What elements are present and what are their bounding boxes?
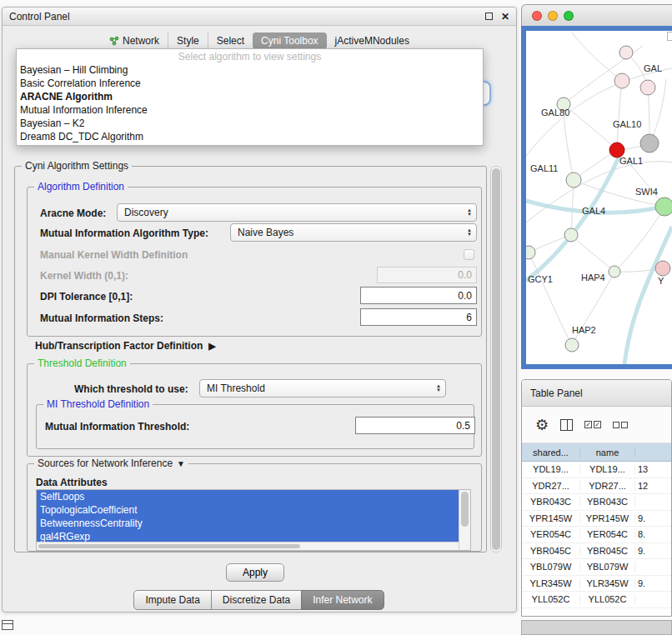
table-row[interactable]: YBR045CYBR045C9.: [522, 543, 671, 560]
node-label: GAL: [644, 63, 662, 73]
columns-icon[interactable]: [560, 419, 573, 431]
node-label: GAL4: [582, 206, 605, 216]
dpi-tolerance-field[interactable]: 0.0: [360, 287, 477, 304]
table-cell: YBR043C: [522, 497, 580, 507]
kernel-width-field[interactable]: 0.0: [377, 267, 477, 283]
node[interactable]: [640, 80, 655, 95]
node-gal4[interactable]: [564, 228, 578, 242]
mi-type-combo[interactable]: Naive Bayes ▲▼: [230, 223, 477, 242]
dropdown-item-basic-correlation[interactable]: Basic Correlation Inference: [17, 77, 483, 90]
table-cell: 12: [635, 481, 671, 491]
close-traffic-light-icon[interactable]: [532, 11, 542, 21]
float-window-icon[interactable]: [485, 12, 493, 20]
dropdown-item-aracne[interactable]: ARACNE Algorithm: [17, 90, 483, 103]
sources-group: Sources for Network Inference ▼ Data Att…: [27, 463, 482, 552]
combo-arrows-icon: ▲▼: [436, 380, 441, 397]
node-hap4[interactable]: [609, 266, 620, 278]
close-icon[interactable]: ✕: [501, 11, 509, 22]
tab-select[interactable]: Select: [208, 32, 253, 49]
table-row[interactable]: YPR145WYPR145W9.: [522, 511, 671, 528]
apply-button[interactable]: Apply: [226, 563, 284, 582]
manual-kernel-checkbox[interactable]: [464, 249, 474, 260]
data-attributes-label: Data Attributes: [36, 474, 108, 491]
attribute-list-vscrollbar[interactable]: [459, 490, 470, 550]
tab-network[interactable]: Network: [101, 32, 168, 49]
node-hap2[interactable]: [565, 338, 579, 352]
algorithm-dropdown-popup: Select algorithm to view settings Bayesi…: [16, 48, 484, 146]
table-cell: 8.: [635, 529, 671, 539]
dropdown-item-bayesian-k2[interactable]: Bayesian – K2: [17, 117, 483, 130]
which-threshold-combo[interactable]: MI Threshold ▲▼: [199, 379, 446, 398]
table-row[interactable]: YLL052CYLL052C: [522, 592, 671, 608]
tab-discretize-data[interactable]: Discretize Data: [211, 590, 302, 610]
mi-threshold-field[interactable]: 0.5: [355, 417, 475, 434]
collapsed-panel-icon[interactable]: [2, 620, 13, 630]
settings-scrollbar[interactable]: [490, 166, 502, 552]
network-graph[interactable]: GAL GAL80 GAL10 GAL11 GAL1 SWI4 GAL4 GCY…: [526, 31, 672, 364]
mi-type-value: Naive Bayes: [238, 227, 293, 238]
column-header-shared-name[interactable]: shared...: [522, 448, 580, 458]
table-cell: YDL19...: [522, 464, 580, 474]
mi-steps-field[interactable]: 6: [360, 308, 477, 326]
column-header-name[interactable]: name: [580, 448, 635, 458]
table-cell: YPR145W: [580, 513, 635, 523]
node-label: GAL1: [619, 156, 643, 166]
node-label: HAP2: [572, 325, 596, 335]
sources-toggle[interactable]: Sources for Network Inference ▼: [34, 458, 188, 469]
table-row[interactable]: YDR27...YDR27...12: [522, 478, 671, 495]
table-row[interactable]: YBR043CYBR043C: [522, 494, 671, 511]
table-cell: 9.: [635, 546, 671, 556]
tab-impute-data[interactable]: Impute Data: [133, 590, 211, 610]
attribute-item-topologicalcoefficient[interactable]: TopologicalCoefficient: [37, 503, 459, 517]
deselect-all-columns-icon[interactable]: [613, 422, 628, 428]
table-cell: YDL19...: [580, 464, 635, 474]
aracne-mode-combo[interactable]: Discovery ▲▼: [117, 203, 477, 222]
control-panel-titlebar[interactable]: Control Panel ✕: [3, 8, 516, 26]
gear-icon[interactable]: ⚙: [535, 418, 549, 432]
node-gcy1[interactable]: [526, 246, 535, 259]
network-icon: [109, 36, 119, 46]
table-row[interactable]: YDL19...YDL19...13: [522, 462, 671, 478]
data-attributes-list: SelfLoops TopologicalCoefficient Between…: [36, 489, 471, 551]
node-label: GAL80: [541, 108, 569, 118]
minimize-traffic-light-icon[interactable]: [548, 11, 558, 21]
table-row[interactable]: YLR345WYLR345W9.: [522, 576, 671, 592]
attribute-item-selfloops[interactable]: SelfLoops: [37, 490, 459, 503]
table-cell: YER054C: [522, 529, 580, 539]
which-threshold-label: Which threshold to use:: [74, 381, 188, 398]
tab-cyni-toolbox[interactable]: Cyni Toolbox: [253, 32, 326, 49]
table-cell: 9.: [635, 578, 671, 588]
tab-infer-network[interactable]: Infer Network: [301, 590, 384, 610]
table-cell: YBL079W: [522, 562, 580, 572]
table-window-bottom-bar: [521, 620, 672, 635]
table-row[interactable]: YBL079WYBL079W: [522, 559, 671, 576]
table-cell: YBL079W: [580, 562, 635, 572]
node[interactable]: [655, 261, 670, 276]
dropdown-item-bayesian-hill-climbing[interactable]: Bayesian – Hill Climbing: [17, 63, 483, 77]
table-cell: YBR045C: [522, 546, 580, 556]
node-label: SWI4: [635, 187, 658, 197]
mi-threshold-definition-group: MI Threshold Definition Mutual Informati…: [36, 404, 474, 449]
tab-jactivemnodules[interactable]: jActiveMNodules: [327, 32, 418, 49]
hub-definition-toggle[interactable]: Hub/Transcription Factor Definition ▶: [35, 340, 216, 352]
network-canvas[interactable]: GAL GAL80 GAL10 GAL11 GAL1 SWI4 GAL4 GCY…: [526, 31, 672, 364]
node-gal1[interactable]: [566, 172, 581, 188]
dropdown-item-mutual-information[interactable]: Mutual Information Inference: [17, 103, 483, 117]
select-all-columns-icon[interactable]: ✓✓: [584, 421, 601, 428]
network-window-titlebar[interactable]: [521, 4, 672, 26]
threshold-definition-group: Threshold Definition Which threshold to …: [27, 363, 482, 457]
table-row[interactable]: YER054CYER054C8.: [522, 527, 671, 543]
tab-style[interactable]: Style: [168, 32, 208, 49]
cyni-settings-pane: Cyni Algorithm Settings Algorithm Defini…: [14, 166, 487, 552]
dropdown-placeholder: Select algorithm to view settings: [17, 50, 483, 63]
dropdown-item-dream8[interactable]: Dream8 DC_TDC Algorithm: [17, 130, 483, 143]
node-swi4[interactable]: [655, 198, 672, 216]
table-panel-titlebar[interactable]: Table Panel: [522, 380, 671, 407]
attribute-item-betweennesscentrality[interactable]: BetweennessCentrality: [37, 517, 459, 530]
attribute-list-hscrollbar[interactable]: [37, 542, 459, 550]
node[interactable]: [614, 73, 629, 88]
node-gal10[interactable]: [640, 134, 659, 152]
which-threshold-value: MI Threshold: [207, 382, 265, 394]
zoom-traffic-light-icon[interactable]: [564, 11, 574, 21]
node[interactable]: [619, 46, 633, 59]
